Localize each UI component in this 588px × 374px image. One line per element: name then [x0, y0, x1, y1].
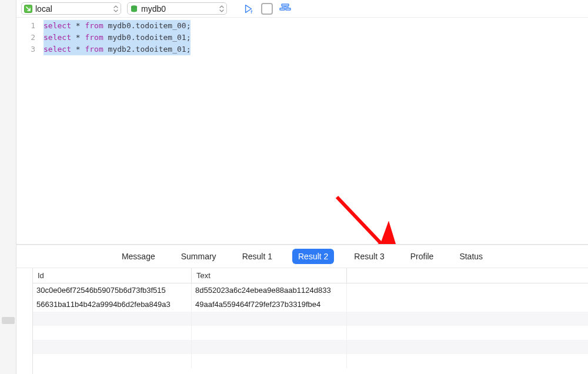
toolbar: local mydb0	[16, 0, 588, 18]
tab-profile[interactable]: Profile	[405, 249, 440, 264]
code-line[interactable]: select * from mydb2.todoitem_01;	[44, 44, 588, 55]
svg-rect-4	[282, 4, 289, 6]
connection-selector[interactable]: local	[21, 2, 121, 15]
structure-icon[interactable]	[279, 2, 292, 15]
database-selector[interactable]: mydb0	[127, 2, 227, 15]
sql-editor[interactable]: 1 2 3 select * from mydb0.todoitem_00; s…	[16, 18, 588, 245]
tab-result-2[interactable]: Result 2	[292, 249, 334, 264]
table-row-empty	[33, 354, 588, 368]
tab-status[interactable]: Status	[453, 249, 489, 264]
table-row[interactable]: 30c0e0e6f72546b59075b6d73fb3f515 8d55202…	[33, 283, 588, 298]
column-header-id[interactable]: Id	[33, 268, 192, 283]
toolbar-checkbox[interactable]	[261, 3, 273, 15]
svg-rect-5	[280, 8, 285, 10]
column-header-text[interactable]: Text	[192, 268, 347, 283]
tab-result-1[interactable]: Result 1	[236, 249, 278, 264]
table-body: 30c0e0e6f72546b59075b6d73fb3f515 8d55202…	[33, 283, 588, 374]
results-panel: Id Text 30c0e0e6f72546b59075b6d73fb3f515…	[16, 268, 588, 374]
svg-rect-6	[286, 8, 290, 10]
run-query-button[interactable]: I	[242, 2, 255, 15]
cell-empty	[347, 298, 588, 312]
connection-icon	[24, 5, 32, 13]
database-label: mydb0	[141, 4, 217, 14]
table-row-empty	[33, 326, 588, 340]
tab-summary[interactable]: Summary	[175, 249, 222, 264]
cell-id[interactable]: 30c0e0e6f72546b59075b6d73fb3f515	[33, 283, 192, 298]
results-tab-bar: Message Summary Result 1 Result 2 Result…	[16, 245, 588, 268]
table-header-row: Id Text	[33, 268, 588, 283]
row-number-gutter	[16, 268, 33, 374]
tab-message[interactable]: Message	[116, 249, 161, 264]
results-table[interactable]: Id Text 30c0e0e6f72546b59075b6d73fb3f515…	[33, 268, 588, 374]
connection-label: local	[35, 4, 111, 14]
table-row-empty	[33, 340, 588, 354]
cell-empty	[347, 283, 588, 298]
sidebar-drag-handle[interactable]	[2, 317, 15, 324]
code-content[interactable]: select * from mydb0.todoitem_00; select …	[40, 18, 588, 244]
line-number: 3	[16, 44, 35, 55]
svg-text:I: I	[250, 10, 253, 14]
database-icon	[130, 5, 138, 13]
table-row-empty	[33, 312, 588, 326]
tab-result-3[interactable]: Result 3	[348, 249, 390, 264]
line-number: 2	[16, 32, 35, 44]
code-line[interactable]: select * from mydb0.todoitem_01;	[44, 32, 588, 44]
line-number: 1	[16, 20, 35, 32]
left-sidebar-gutter	[0, 0, 16, 374]
code-line[interactable]: select * from mydb0.todoitem_00;	[44, 20, 588, 32]
cell-text[interactable]: 49aaf4a559464f729fef237b3319fbe4	[192, 298, 347, 312]
cell-id[interactable]: 56631ba11b4b42a9994b6d2feba849a3	[33, 298, 192, 312]
selector-updown-icon	[113, 5, 118, 12]
selector-updown-icon	[219, 5, 224, 12]
line-number-gutter: 1 2 3	[16, 18, 40, 244]
table-row[interactable]: 56631ba11b4b42a9994b6d2feba849a3 49aaf4a…	[33, 298, 588, 312]
column-header-empty	[347, 268, 588, 283]
cell-text[interactable]: 8d552023a6c24ebea9e88aab1124d833	[192, 283, 347, 298]
